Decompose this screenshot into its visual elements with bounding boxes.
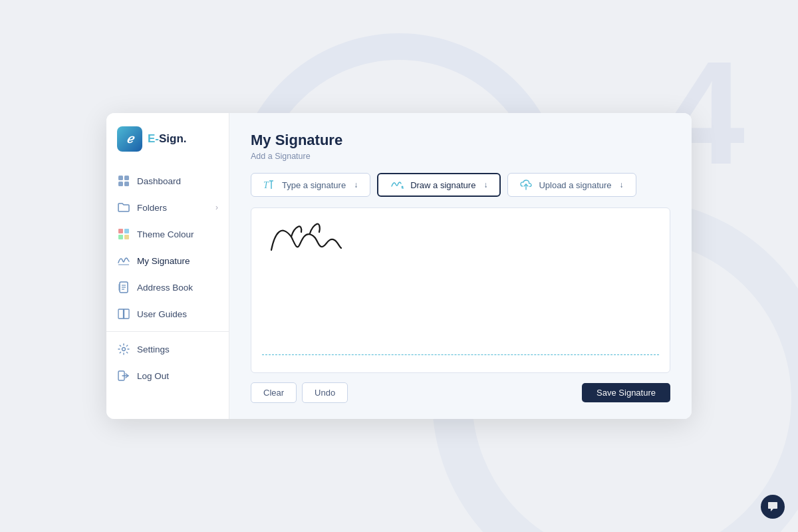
svg-rect-0	[118, 176, 123, 180]
sidebar-item-folders[interactable]: Folders ›	[106, 194, 229, 221]
page-title: My Signature	[251, 132, 670, 149]
tab-upload-label: Upload a signature	[539, 180, 611, 190]
sidebar-label-theme: Theme Colour	[137, 229, 194, 239]
tab-type-label: Type a signature	[282, 180, 346, 190]
sidebar-label-address: Address Book	[137, 283, 193, 293]
guides-icon	[117, 307, 130, 321]
theme-icon	[117, 227, 130, 241]
save-signature-button[interactable]: Save Signature	[582, 383, 670, 402]
sidebar-label-signature: My Signature	[137, 256, 190, 266]
svg-point-21	[402, 186, 404, 188]
signature-drawing	[258, 213, 391, 267]
sidebar-item-theme[interactable]: Theme Colour	[106, 221, 229, 247]
logo-area: ℯ E-Sign.	[106, 126, 229, 168]
chevron-right-icon: ›	[215, 203, 218, 212]
logo-text: E-Sign.	[148, 132, 187, 146]
svg-rect-2	[118, 182, 123, 186]
svg-rect-5	[124, 229, 129, 233]
logout-icon	[117, 369, 130, 382]
signature-icon	[117, 254, 130, 267]
svg-text:T: T	[263, 180, 269, 190]
sidebar-label-dashboard: Dashboard	[137, 176, 181, 186]
signature-baseline	[262, 354, 659, 355]
svg-rect-7	[124, 235, 129, 239]
nav-items: Dashboard Folders ›	[106, 168, 229, 419]
tab-type-arrow: ↓	[354, 180, 358, 190]
sidebar-item-signature[interactable]: My Signature	[106, 247, 229, 274]
action-row: Clear Undo Save Signature	[251, 382, 670, 403]
nav-divider	[106, 331, 229, 332]
sidebar-item-guides[interactable]: User Guides	[106, 301, 229, 327]
signature-canvas[interactable]	[251, 207, 670, 373]
sidebar-label-settings: Settings	[137, 344, 170, 354]
clear-button[interactable]: Clear	[251, 382, 297, 403]
settings-icon	[117, 342, 130, 356]
sidebar-item-settings[interactable]: Settings	[106, 336, 229, 362]
tab-draw-signature[interactable]: Draw a signature ↓	[377, 173, 501, 197]
tab-type-signature[interactable]: T Type a signature ↓	[251, 173, 370, 197]
signature-tabs: T Type a signature ↓ Draw a s	[251, 173, 670, 197]
logo-icon: ℯ	[117, 126, 142, 152]
dashboard-icon	[117, 174, 130, 188]
chat-bubble[interactable]	[761, 495, 785, 519]
undo-button[interactable]: Undo	[302, 382, 348, 403]
svg-point-15	[122, 348, 126, 351]
address-icon	[117, 281, 130, 294]
svg-rect-13	[118, 284, 120, 291]
tab-upload-signature[interactable]: Upload a signature ↓	[507, 173, 636, 197]
svg-rect-6	[118, 235, 123, 239]
sidebar-label-guides: User Guides	[137, 309, 187, 319]
tab-upload-arrow: ↓	[620, 180, 624, 190]
sidebar-item-address[interactable]: Address Book	[106, 274, 229, 301]
folders-icon	[117, 201, 130, 214]
page-subtitle: Add a Signature	[251, 152, 670, 161]
sidebar-item-dashboard[interactable]: Dashboard	[106, 168, 229, 194]
app-window: ℯ E-Sign. Dashboard	[106, 113, 692, 419]
svg-rect-4	[118, 229, 123, 233]
draw-icon	[390, 180, 405, 190]
upload-icon	[520, 180, 533, 190]
sidebar-label-folders: Folders	[137, 203, 167, 213]
chat-icon	[767, 501, 779, 513]
svg-rect-3	[124, 182, 129, 186]
main-content: My Signature Add a Signature T Type a si…	[229, 113, 692, 419]
sidebar: ℯ E-Sign. Dashboard	[106, 113, 229, 419]
tab-draw-label: Draw a signature	[410, 180, 475, 190]
tab-draw-arrow: ↓	[483, 180, 487, 190]
type-icon: T	[263, 180, 277, 190]
sidebar-label-logout: Log Out	[137, 371, 169, 381]
svg-rect-1	[124, 176, 129, 180]
sidebar-item-logout[interactable]: Log Out	[106, 362, 229, 389]
